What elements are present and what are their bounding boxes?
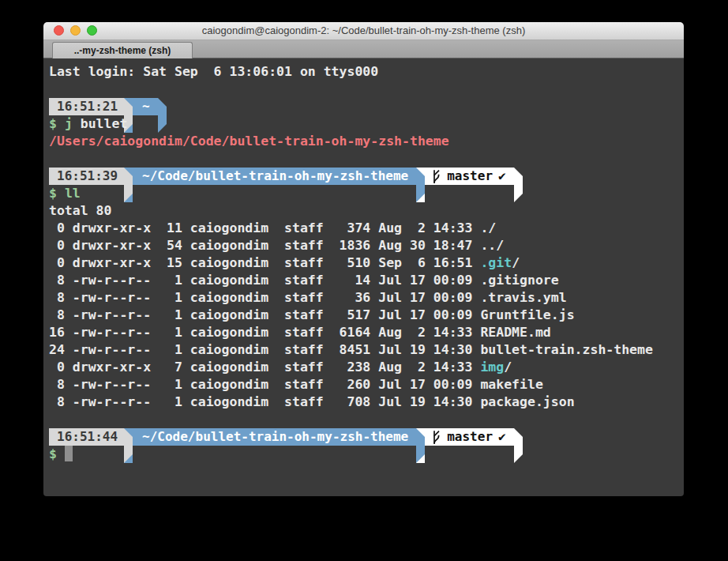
ls-row-filename: .travis.yml (480, 290, 566, 305)
window-titlebar[interactable]: caiogondim@caiogondim-2: ~/Code/bullet-t… (43, 22, 684, 40)
prompt-dir-segment: ~ (133, 98, 158, 115)
last-login-line: Last login: Sat Sep 6 13:06:01 on ttys00… (49, 63, 679, 81)
prompt-char: $ (49, 116, 65, 131)
ls-row: 8 -rw-r--r-- 1 caiogondim staff 708 Jul … (49, 393, 679, 411)
ls-row-meta: 8 -rw-r--r-- 1 caiogondim staff 36 Jul 1… (49, 290, 480, 305)
prompt-line: 16:51:21~ (49, 98, 679, 115)
ls-row-filename: README.md (480, 325, 550, 340)
ls-row-filename: ./ (480, 220, 496, 235)
prompt-char: $ (49, 446, 65, 461)
ls-row-filename: ../ (480, 238, 504, 253)
ls-row: 8 -rw-r--r-- 1 caiogondim staff 260 Jul … (49, 376, 679, 393)
ls-row-meta: 0 drwxr-xr-x 15 caiogondim staff 510 Sep… (49, 255, 480, 270)
git-branch-icon (432, 431, 441, 444)
command-text: j (65, 116, 73, 131)
powerline-arrow-icon (158, 98, 167, 133)
ls-row: 0 drwxr-xr-x 7 caiogondim staff 238 Aug … (49, 359, 679, 376)
text-cursor (65, 446, 73, 461)
terminal-window: caiogondim@caiogondim-2: ~/Code/bullet-t… (43, 22, 684, 496)
command-line: $ j bullet (49, 115, 679, 133)
ls-row-meta: 8 -rw-r--r-- 1 caiogondim staff 517 Jul … (49, 307, 480, 322)
input-line: $ (49, 446, 679, 463)
powerline-arrow-icon (124, 428, 133, 463)
prompt-char: $ (49, 186, 65, 201)
autojump-output-line: /Users/caiogondim/Code/bullet-train-oh-m… (49, 133, 679, 150)
ls-total-line: total 80 (49, 202, 679, 220)
ls-row-filename: makefile (480, 377, 542, 392)
tab-bar: ..-my-zsh-theme (zsh) (43, 40, 684, 58)
traffic-lights (54, 25, 97, 36)
prompt-git-segment: master✔ (425, 428, 513, 446)
blank-line (49, 81, 679, 98)
command-text: ll (65, 186, 81, 201)
prompt-git-segment: master✔ (425, 168, 513, 185)
ls-row-filename: Gruntfile.js (480, 307, 574, 322)
git-branch-name: master (447, 428, 493, 446)
tab-active[interactable]: ..-my-zsh-theme (zsh) (52, 42, 193, 58)
blank-line (49, 150, 679, 168)
git-clean-check-icon: ✔ (498, 168, 506, 185)
ls-row-meta: 0 drwxr-xr-x 7 caiogondim staff 238 Aug … (49, 360, 480, 375)
ls-row-suffix: / (512, 255, 520, 270)
ls-row-meta: 0 drwxr-xr-x 11 caiogondim staff 374 Aug… (49, 220, 480, 235)
ls-row: 8 -rw-r--r-- 1 caiogondim staff 14 Jul 1… (49, 272, 679, 289)
ls-row-meta: 8 -rw-r--r-- 1 caiogondim staff 260 Jul … (49, 377, 480, 392)
ls-row-suffix: / (504, 360, 512, 375)
blank-line (49, 411, 679, 428)
prompt-time-segment: 16:51:39 (49, 168, 124, 185)
ls-row: 8 -rw-r--r-- 1 caiogondim staff 517 Jul … (49, 307, 679, 324)
ls-row-filename: img (480, 360, 504, 375)
window-title: caiogondim@caiogondim-2: ~/Code/bullet-t… (43, 22, 684, 40)
ls-row-filename: bullet-train.zsh-theme (480, 342, 653, 357)
ls-row-meta: 24 -rw-r--r-- 1 caiogondim staff 8451 Ju… (49, 342, 480, 357)
prompt-time-segment: 16:51:44 (49, 428, 124, 446)
ls-row-meta: 16 -rw-r--r-- 1 caiogondim staff 6164 Au… (49, 325, 480, 340)
git-clean-check-icon: ✔ (498, 428, 506, 446)
prompt-time-segment: 16:51:21 (49, 98, 124, 115)
prompt-dir-segment: ~/Code/bullet-train-oh-my-zsh-theme (133, 428, 416, 446)
powerline-arrow-icon (514, 168, 523, 202)
prompt-dir-segment: ~/Code/bullet-train-oh-my-zsh-theme (133, 168, 416, 185)
ls-row-meta: 8 -rw-r--r-- 1 caiogondim staff 708 Jul … (49, 394, 480, 409)
powerline-arrow-icon (124, 168, 133, 202)
prompt-line: 16:51:44~/Code/bullet-train-oh-my-zsh-th… (49, 428, 679, 446)
terminal-content[interactable]: Last login: Sat Sep 6 13:06:01 on ttys00… (43, 58, 684, 496)
git-branch-name: master (447, 168, 493, 185)
powerline-arrow-icon (416, 168, 425, 202)
minimize-button[interactable] (70, 25, 81, 36)
git-branch-icon (432, 170, 441, 183)
ls-row-filename: package.json (480, 394, 574, 409)
ls-row: 16 -rw-r--r-- 1 caiogondim staff 6164 Au… (49, 324, 679, 341)
ls-row: 0 drwxr-xr-x 15 caiogondim staff 510 Sep… (49, 254, 679, 272)
ls-row-filename: .git (480, 255, 512, 270)
tab-label: ..-my-zsh-theme (zsh) (74, 45, 171, 56)
prompt-line: 16:51:39~/Code/bullet-train-oh-my-zsh-th… (49, 168, 679, 185)
ls-row-meta: 0 drwxr-xr-x 54 caiogondim staff 1836 Au… (49, 238, 480, 253)
powerline-arrow-icon (416, 428, 425, 463)
command-args: bullet (73, 116, 128, 131)
ls-row-filename: .gitignore (480, 273, 558, 288)
zoom-button[interactable] (87, 25, 97, 36)
ls-listing: 0 drwxr-xr-x 11 caiogondim staff 374 Aug… (49, 220, 679, 411)
ls-row: 24 -rw-r--r-- 1 caiogondim staff 8451 Ju… (49, 341, 679, 359)
ls-row: 0 drwxr-xr-x 11 caiogondim staff 374 Aug… (49, 220, 679, 237)
ls-row: 0 drwxr-xr-x 54 caiogondim staff 1836 Au… (49, 237, 679, 254)
ls-row: 8 -rw-r--r-- 1 caiogondim staff 36 Jul 1… (49, 289, 679, 307)
ls-row-meta: 8 -rw-r--r-- 1 caiogondim staff 14 Jul 1… (49, 273, 480, 288)
command-line: $ ll (49, 185, 679, 202)
close-button[interactable] (54, 25, 64, 36)
powerline-arrow-icon (514, 428, 523, 463)
